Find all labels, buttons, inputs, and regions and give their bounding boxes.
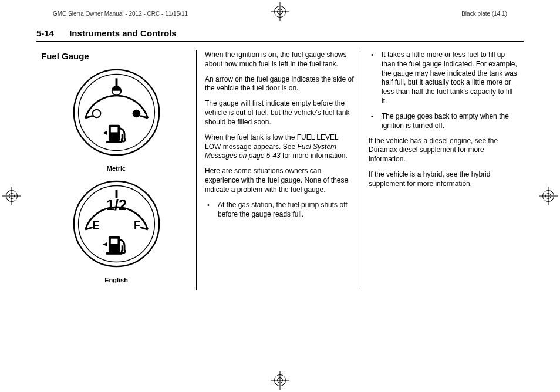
chapter-title: Instruments and Controls — [69, 28, 177, 38]
crop-mark-right — [541, 189, 555, 203]
caption-english: English — [41, 276, 191, 285]
svg-marker-11 — [103, 130, 107, 135]
svg-rect-19 — [106, 252, 122, 255]
page-body: 5-14 Instruments and Controls Fuel Gauge — [36, 28, 524, 364]
content-columns: Fuel Gauge — [36, 50, 524, 290]
svg-marker-20 — [103, 242, 107, 247]
half-label: 1/2 — [106, 197, 127, 213]
page-header: 5-14 Instruments and Controls — [36, 28, 524, 42]
svg-point-6 — [92, 109, 100, 117]
column-1: Fuel Gauge — [36, 50, 196, 290]
para: If the vehicle is a hybrid, see the hybr… — [369, 170, 519, 189]
para: The gauge will first indicate empty befo… — [205, 99, 355, 127]
section-title: Fuel Gauge — [41, 50, 191, 62]
column-2: When the ignition is on, the fuel gauge … — [196, 50, 360, 290]
bullet-list: At the gas station, the fuel pump shuts … — [205, 201, 355, 219]
page-number: 5-14 — [36, 28, 54, 38]
para: When the fuel tank is low the FUEL LEVEL… — [205, 133, 355, 161]
crop-mark-left — [5, 189, 19, 203]
empty-label: E — [92, 219, 99, 231]
bullet-item: The gauge goes back to empty when the ig… — [369, 112, 519, 131]
bullet-item: At the gas station, the fuel pump shuts … — [205, 201, 355, 219]
crop-mark-bottom — [273, 373, 287, 387]
svg-rect-9 — [110, 127, 117, 132]
para: An arrow on the fuel gauge indicates the… — [205, 75, 355, 94]
column-3: It takes a little more or less fuel to f… — [360, 50, 524, 290]
para: When the ignition is on, the fuel gauge … — [205, 50, 355, 69]
svg-point-7 — [132, 109, 140, 117]
bullet-list: It takes a little more or less fuel to f… — [369, 50, 519, 131]
doc-id: GMC Sierra Owner Manual - 2012 - CRC - 1… — [53, 11, 188, 17]
plate-id: Black plate (14,1) — [461, 11, 507, 17]
para: Here are some situations owners can expe… — [205, 167, 355, 194]
fuel-gauge-english: 1/2 E F — [71, 178, 162, 269]
bullet-item: It takes a little more or less fuel to f… — [369, 50, 519, 106]
caption-metric: Metric — [41, 164, 191, 173]
svg-rect-18 — [110, 239, 117, 244]
full-label: F — [134, 219, 140, 231]
para: If the vehicle has a diesel engine, see … — [369, 137, 519, 164]
fuel-gauge-metric — [71, 67, 162, 158]
crop-mark-top — [273, 5, 287, 19]
svg-rect-10 — [106, 141, 122, 143]
